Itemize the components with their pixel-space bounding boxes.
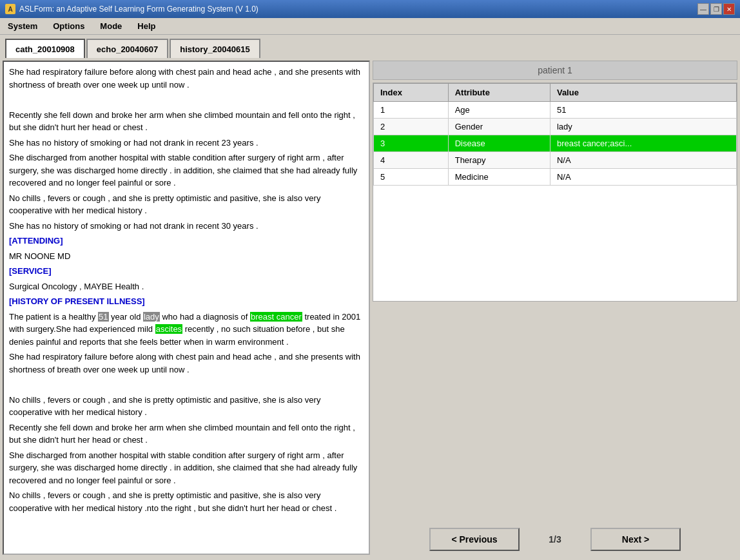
menu-options[interactable]: Options	[50, 21, 87, 32]
menu-bar: System Options Mode Help	[0, 18, 740, 35]
close-button[interactable]: ✕	[723, 3, 735, 15]
cell-value: 51	[550, 102, 736, 119]
menu-system[interactable]: System	[5, 21, 40, 32]
cell-attribute: Gender	[448, 119, 550, 135]
text-line: MR NOONE MD	[9, 250, 364, 263]
patient-label: patient 1	[538, 65, 572, 75]
cell-value: N/A	[550, 152, 736, 169]
title-bar: A ASLForm: an Adaptive Self Learning For…	[0, 0, 740, 18]
table-row[interactable]: 2 Gender lady	[374, 119, 737, 135]
cell-index: 5	[374, 169, 449, 186]
tab-cath[interactable]: cath_20010908	[5, 39, 85, 58]
text-line	[9, 93, 364, 106]
table-row-highlighted[interactable]: 3 Disease breast cancer;asci...	[374, 135, 737, 152]
text-area[interactable]: She had respiratory failure before along…	[4, 62, 369, 554]
cell-value: lady	[550, 119, 736, 135]
text-line: She has no history of smoking or had not…	[9, 137, 364, 150]
attending-label: [ATTENDING]	[9, 235, 364, 247]
cell-attribute: Age	[448, 102, 550, 119]
cell-attribute: Disease	[448, 135, 550, 152]
right-panel: patient 1 Index Attribute Value 1 Age 51	[373, 61, 737, 555]
text-line: Surgical Oncology , MAYBE Health .	[9, 280, 364, 293]
page-indicator: 1/3	[539, 534, 571, 545]
text-line: The patient is a healthy 51 year old lad…	[9, 311, 364, 349]
cell-index: 4	[374, 152, 449, 169]
tabs-row: cath_20010908 echo_20040607 history_2004…	[0, 35, 740, 58]
app-title: ASLForm: an Adaptive Self Learning Form …	[19, 5, 258, 14]
table-row[interactable]: 4 Therapy N/A	[374, 152, 737, 169]
table-wrapper: Index Attribute Value 1 Age 51 2 Gender …	[373, 82, 737, 302]
data-table: Index Attribute Value 1 Age 51 2 Gender …	[373, 83, 737, 186]
text-line: She discharged from another hospital wit…	[9, 449, 364, 487]
tab-history[interactable]: history_20040615	[170, 39, 260, 58]
text-line: Recently she fell down and broke her arm…	[9, 109, 364, 134]
text-line: She has no history of smoking or had not…	[9, 220, 364, 233]
cell-attribute: Medicine	[448, 169, 550, 186]
restore-button[interactable]: ❐	[710, 3, 722, 15]
main-content: She had respiratory failure before along…	[0, 58, 740, 557]
cell-index: 1	[374, 102, 449, 119]
text-line: No chills , fevers or cough , and she is…	[9, 394, 364, 419]
text-line: She discharged from another hospital wit…	[9, 151, 364, 189]
text-line: Recently she fell down and broke her arm…	[9, 421, 364, 447]
cell-index: 3	[374, 135, 449, 152]
service-label: [SERVICE]	[9, 265, 364, 278]
table-row[interactable]: 1 Age 51	[374, 102, 737, 119]
text-line: She had respiratory failure before along…	[9, 66, 364, 91]
cell-attribute: Therapy	[448, 152, 550, 169]
text-line: She had respiratory failure before along…	[9, 351, 364, 376]
bottom-nav: < Previous 1/3 Next >	[373, 524, 737, 555]
right-spacer	[373, 304, 737, 522]
patient-header: patient 1	[373, 61, 737, 80]
previous-button[interactable]: < Previous	[429, 528, 520, 551]
next-button[interactable]: Next >	[590, 528, 681, 551]
text-line	[9, 378, 364, 391]
cell-value: N/A	[550, 169, 736, 186]
cell-value: breast cancer;asci...	[550, 135, 736, 152]
col-index: Index	[374, 84, 449, 102]
minimize-button[interactable]: —	[697, 3, 709, 15]
menu-help[interactable]: Help	[135, 21, 158, 32]
app-icon: A	[5, 4, 15, 14]
text-line: No chills , fevers or cough , and she is…	[9, 192, 364, 217]
tab-echo[interactable]: echo_20040607	[86, 39, 168, 58]
text-line: No chills , fevers or cough , and she is…	[9, 489, 364, 514]
history-label: [HISTORY OF PRESENT ILLNESS]	[9, 295, 364, 308]
table-row[interactable]: 5 Medicine N/A	[374, 169, 737, 186]
menu-mode[interactable]: Mode	[97, 21, 124, 32]
col-attribute: Attribute	[448, 84, 550, 102]
window-controls: — ❐ ✕	[697, 3, 735, 15]
col-value: Value	[550, 84, 736, 102]
cell-index: 2	[374, 119, 449, 135]
left-panel: She had respiratory failure before along…	[3, 61, 370, 555]
